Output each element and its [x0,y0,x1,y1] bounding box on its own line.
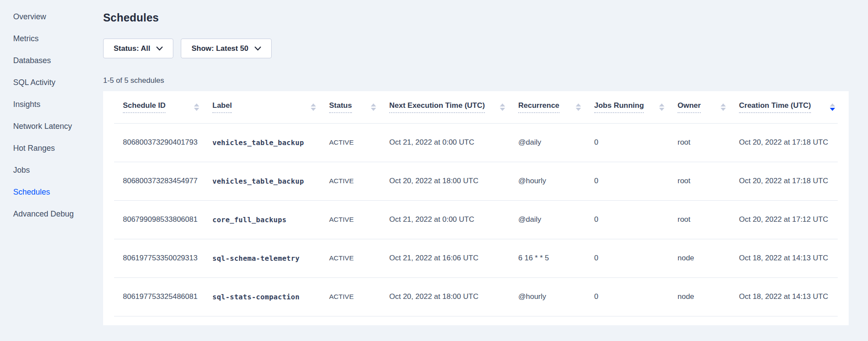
cell-label: sql-stats-compaction [212,277,329,316]
table-header-row: Schedule ID Label Status [114,91,838,123]
cell-jobs-running: 0 [594,200,678,239]
table-row: 806197753325486081 sql-stats-compaction … [114,277,838,316]
cell-owner: root [678,162,739,200]
schedules-table: Schedule ID Label Status [114,91,838,316]
table-row: 806800373290401793 vehicles_table_backup… [114,123,838,162]
cell-schedule-id: 806197753350029313 [114,239,212,277]
cell-label: vehicles_table_backup [212,162,329,200]
column-header-schedule-id: Schedule ID [114,91,212,123]
sidebar-item-databases[interactable]: Databases [0,50,103,71]
column-header-owner: Owner [678,91,739,123]
cell-recurrence: @daily [518,123,594,162]
cell-owner: root [678,200,739,239]
sort-icon[interactable] [371,103,376,111]
table-row: 806799098533806081 core_full_backups ACT… [114,200,838,239]
table-row: 806800373283454977 vehicles_table_backup… [114,162,838,200]
column-header-label[interactable]: Jobs Running [594,101,644,113]
cell-label: core_full_backups [212,200,329,239]
cell-status: ACTIVE [329,239,389,277]
cell-owner: node [678,239,739,277]
sidebar-nav-list: Overview Metrics Databases SQL Activity … [0,6,103,225]
column-header-jobs-running: Jobs Running [594,91,678,123]
column-header-label[interactable]: Status [329,101,352,113]
cell-jobs-running: 0 [594,239,678,277]
column-header-label[interactable]: Next Execution Time (UTC) [389,101,485,113]
sort-icon[interactable] [311,103,316,111]
show-limit-dropdown[interactable]: Show: Latest 50 [181,39,271,58]
sidebar-item-jobs[interactable]: Jobs [0,159,103,181]
show-limit-label: Show: Latest 50 [191,44,248,53]
filter-bar: Status: All Show: Latest 50 [103,39,849,58]
cell-creation-time: Oct 18, 2022 at 14:13 UTC [739,239,838,277]
cell-next-execution: Oct 21, 2022 at 0:00 UTC [389,200,518,239]
cell-schedule-id: 806800373290401793 [114,123,212,162]
sidebar: Overview Metrics Databases SQL Activity … [0,0,103,341]
sort-icon[interactable] [500,103,505,111]
table-row: 806197753350029313 sql-schema-telemetry … [114,239,838,277]
cell-next-execution: Oct 21, 2022 at 16:06 UTC [389,239,518,277]
cell-recurrence: 6 16 * * 5 [518,239,594,277]
cell-creation-time: Oct 20, 2022 at 17:12 UTC [739,200,838,239]
sort-icon[interactable] [659,103,664,111]
column-header-label: Label [212,91,329,123]
cell-owner: root [678,123,739,162]
status-filter-label: Status: All [114,44,150,53]
column-header-next-execution-time: Next Execution Time (UTC) [389,91,518,123]
sidebar-item-metrics[interactable]: Metrics [0,28,103,50]
cell-schedule-id: 806800373283454977 [114,162,212,200]
sidebar-item-hot-ranges[interactable]: Hot Ranges [0,137,103,159]
cell-jobs-running: 0 [594,277,678,316]
cell-owner: node [678,277,739,316]
sidebar-item-sql-activity[interactable]: SQL Activity [0,71,103,93]
sort-icon[interactable] [194,103,199,111]
column-header-label[interactable]: Owner [678,101,701,113]
cell-creation-time: Oct 20, 2022 at 17:18 UTC [739,162,838,200]
cell-creation-time: Oct 18, 2022 at 14:13 UTC [739,277,838,316]
chevron-down-icon [156,46,163,51]
main-content: Schedules Status: All Show: Latest 50 1-… [103,0,849,325]
cell-next-execution: Oct 20, 2022 at 18:00 UTC [389,277,518,316]
cell-status: ACTIVE [329,162,389,200]
sort-icon[interactable] [721,103,726,111]
cell-schedule-id: 806197753325486081 [114,277,212,316]
sidebar-item-overview[interactable]: Overview [0,6,103,28]
sidebar-item-insights[interactable]: Insights [0,93,103,115]
cell-recurrence: @hourly [518,162,594,200]
page-title: Schedules [103,11,849,24]
sidebar-item-advanced-debug[interactable]: Advanced Debug [0,203,103,225]
cell-recurrence: @hourly [518,277,594,316]
results-count: 1-5 of 5 schedules [103,76,849,85]
status-filter-dropdown[interactable]: Status: All [103,39,173,58]
cell-status: ACTIVE [329,200,389,239]
chevron-down-icon [255,46,261,51]
cell-label: sql-schema-telemetry [212,239,329,277]
column-header-recurrence: Recurrence [518,91,594,123]
sidebar-item-schedules[interactable]: Schedules [0,181,103,203]
cell-label: vehicles_table_backup [212,123,329,162]
column-header-label[interactable]: Creation Time (UTC) [739,101,811,113]
cell-jobs-running: 0 [594,123,678,162]
sort-icon-active-desc[interactable] [830,103,835,111]
column-header-label[interactable]: Schedule ID [123,101,165,113]
sort-icon[interactable] [576,103,581,111]
cell-creation-time: Oct 20, 2022 at 17:18 UTC [739,123,838,162]
cell-next-execution: Oct 21, 2022 at 0:00 UTC [389,123,518,162]
column-header-creation-time: Creation Time (UTC) [739,91,838,123]
column-header-label[interactable]: Label [212,101,232,113]
cell-schedule-id: 806799098533806081 [114,200,212,239]
sidebar-item-network-latency[interactable]: Network Latency [0,115,103,137]
column-header-status: Status [329,91,389,123]
cell-next-execution: Oct 20, 2022 at 18:00 UTC [389,162,518,200]
cell-recurrence: @daily [518,200,594,239]
schedules-table-panel: Schedule ID Label Status [103,91,849,325]
cell-status: ACTIVE [329,277,389,316]
column-header-label[interactable]: Recurrence [518,101,560,113]
cell-jobs-running: 0 [594,162,678,200]
cell-status: ACTIVE [329,123,389,162]
